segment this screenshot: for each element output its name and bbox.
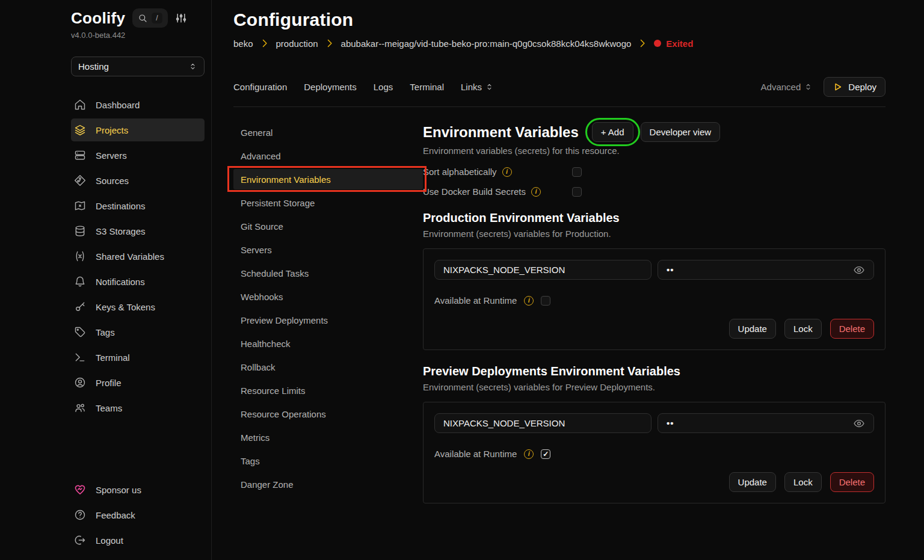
available-at-runtime-label: Available at Runtime — [434, 295, 517, 306]
sidebar-item-servers[interactable]: Servers — [71, 144, 205, 167]
page-header: Configuration beko production abubakar--… — [212, 0, 924, 49]
sidebar-item-sources[interactable]: Sources — [71, 169, 205, 192]
subnav-item-tags[interactable]: Tags — [233, 451, 423, 471]
tab-links[interactable]: Links — [461, 82, 494, 92]
env-value-input[interactable]: •• — [658, 413, 874, 433]
masked-value: •• — [667, 265, 674, 275]
git-icon — [74, 174, 86, 186]
env-key-input[interactable]: NIXPACKS_NODE_VERSION — [434, 413, 651, 433]
sidebar-item-label: Servers — [96, 150, 127, 161]
user-icon — [74, 377, 86, 389]
sidebar-item-projects[interactable]: Projects — [71, 118, 205, 141]
lock-button[interactable]: Lock — [784, 319, 822, 339]
available-at-runtime-label: Available at Runtime — [434, 449, 517, 459]
developer-view-button[interactable]: Developer view — [641, 122, 721, 142]
chevron-right-icon — [259, 37, 271, 49]
sidebar-item-terminal[interactable]: Terminal — [71, 346, 205, 369]
breadcrumb-project[interactable]: beko — [233, 38, 253, 49]
chevrons-up-down-icon — [188, 62, 197, 71]
sidebar-item-notifications[interactable]: Notifications — [71, 270, 205, 293]
available-at-runtime-checkbox[interactable] — [541, 296, 550, 306]
docker-build-secrets-checkbox[interactable] — [572, 187, 582, 197]
terminal-icon — [74, 351, 86, 363]
sort-alphabetically-checkbox[interactable] — [572, 167, 582, 177]
breadcrumb-environment[interactable]: production — [276, 38, 318, 49]
subnav-item-healthcheck[interactable]: Healthcheck — [233, 333, 423, 354]
sidebar-item-destinations[interactable]: Destinations — [71, 194, 205, 217]
subnav-item-scheduled-tasks[interactable]: Scheduled Tasks — [233, 263, 423, 283]
app-version: v4.0.0-beta.442 — [71, 31, 205, 40]
subnav-item-general[interactable]: General — [233, 122, 423, 143]
subnav-item-webhooks[interactable]: Webhooks — [233, 286, 423, 307]
sidebar-item-sponsor[interactable]: Sponsor us — [71, 478, 205, 501]
delete-button[interactable]: Delete — [830, 472, 874, 492]
subnav-item-resource-operations[interactable]: Resource Operations — [233, 404, 423, 424]
sort-alphabetically-row: Sort alphabetically — [423, 167, 886, 177]
sidebar-item-tags[interactable]: Tags — [71, 321, 205, 343]
subnav-item-advanced[interactable]: Advanced — [233, 146, 423, 166]
panel-subtitle: Environment variables (secrets) for this… — [423, 146, 886, 156]
deploy-button[interactable]: Deploy — [824, 77, 886, 97]
subnav-item-git-source[interactable]: Git Source — [233, 216, 423, 236]
production-section-subtitle: Environment (secrets) variables for Prod… — [423, 229, 886, 239]
sidebar-nav: Dashboard Projects Servers Sources Desti… — [71, 93, 205, 422]
breadcrumb: beko production abubakar--meigag/vid-tub… — [233, 37, 886, 49]
subnav-item-resource-limits[interactable]: Resource Limits — [233, 380, 423, 401]
sidebar-item-shared-variables[interactable]: Shared Variables — [71, 245, 205, 268]
configuration-content: General Advanced Environment Variables P… — [212, 107, 924, 560]
sidebar-item-logout[interactable]: Logout — [71, 529, 205, 552]
production-section-title: Production Environment Variables — [423, 211, 886, 225]
sidebar-item-label: Sources — [96, 176, 129, 186]
tab-configuration[interactable]: Configuration — [233, 82, 287, 92]
main-area: Configuration beko production abubakar--… — [212, 0, 924, 560]
search-button[interactable]: / — [132, 8, 167, 28]
subnav-item-rollback[interactable]: Rollback — [233, 357, 423, 377]
subnav-item-environment-variables[interactable]: Environment Variables — [233, 169, 423, 189]
sidebar-item-dashboard[interactable]: Dashboard — [71, 93, 205, 116]
subnav-item-danger-zone[interactable]: Danger Zone — [233, 474, 423, 494]
sidebar-item-label: Destinations — [96, 201, 146, 211]
tab-logs[interactable]: Logs — [374, 82, 393, 92]
sidebar-item-s3-storages[interactable]: S3 Storages — [71, 220, 205, 242]
delete-button[interactable]: Delete — [830, 319, 874, 339]
breadcrumb-resource[interactable]: abubakar--meigag/vid-tube-beko-pro:main-… — [341, 38, 632, 49]
preview-section-subtitle: Environment (secrets) variables for Prev… — [423, 382, 886, 392]
advanced-dropdown[interactable]: Advanced — [761, 82, 813, 92]
sidebar-item-keys-tokens[interactable]: Keys & Tokens — [71, 295, 205, 318]
sidebar-item-profile[interactable]: Profile — [71, 371, 205, 394]
eye-icon — [853, 417, 865, 429]
team-selector[interactable]: Hosting — [71, 57, 205, 76]
update-button[interactable]: Update — [729, 319, 776, 339]
subnav-item-preview-deployments[interactable]: Preview Deployments — [233, 310, 423, 330]
sidebar-item-label: Feedback — [96, 510, 135, 520]
subnav-item-servers[interactable]: Servers — [233, 239, 423, 260]
sidebar-item-label: Notifications — [96, 277, 145, 287]
reveal-value-button[interactable] — [853, 417, 865, 429]
sort-alphabetically-label: Sort alphabetically — [423, 167, 497, 177]
chevrons-up-down-icon — [804, 82, 813, 91]
sidebar-item-label: Terminal — [96, 352, 130, 363]
info-icon — [524, 296, 534, 306]
tab-deployments[interactable]: Deployments — [304, 82, 357, 92]
server-icon — [74, 149, 86, 161]
sidebar-item-label: Projects — [96, 125, 128, 135]
map-icon — [74, 200, 86, 212]
env-key-input[interactable]: NIXPACKS_NODE_VERSION — [434, 260, 651, 280]
settings-button[interactable] — [175, 12, 187, 24]
sidebar-item-feedback[interactable]: Feedback — [71, 503, 205, 526]
status-text: Exited — [666, 38, 693, 49]
tab-terminal[interactable]: Terminal — [410, 82, 444, 92]
docker-build-secrets-row: Use Docker Build Secrets — [423, 186, 886, 197]
sidebar-item-teams[interactable]: Teams — [71, 396, 205, 419]
available-at-runtime-checkbox[interactable]: ✓ — [541, 449, 550, 459]
env-value-input[interactable]: •• — [658, 260, 874, 280]
variable-icon — [74, 250, 86, 262]
update-button[interactable]: Update — [729, 472, 776, 492]
add-variable-button[interactable]: + Add — [592, 122, 633, 142]
reveal-value-button[interactable] — [853, 264, 865, 276]
subnav-item-metrics[interactable]: Metrics — [233, 427, 423, 448]
advanced-label: Advanced — [761, 82, 801, 92]
subnav-item-persistent-storage[interactable]: Persistent Storage — [233, 192, 423, 213]
lock-button[interactable]: Lock — [784, 472, 822, 492]
sidebar-item-label: Dashboard — [96, 100, 140, 110]
